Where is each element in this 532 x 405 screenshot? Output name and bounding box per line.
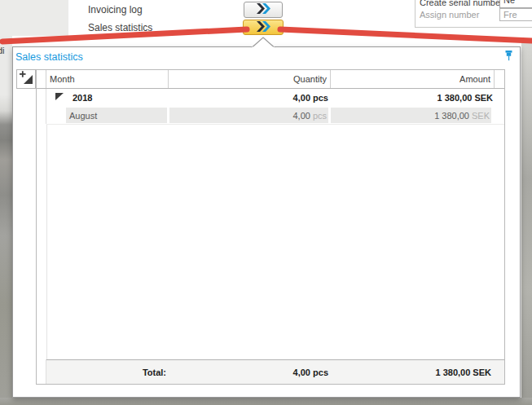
column-header-filler [495, 70, 504, 88]
assign-number-label: Assign number [420, 10, 479, 20]
row-indicator [37, 359, 46, 384]
footer-quantity-total: 4,00 pcs [169, 368, 331, 377]
background-right-edge [521, 41, 532, 405]
sales-statistics-popup: Sales statistics Month Quantity [12, 46, 521, 398]
invoicing-log-label: Invoicing log [88, 4, 143, 15]
double-chevron-icon [256, 21, 271, 34]
column-header-quantity[interactable]: Quantity [169, 70, 331, 88]
grid-footer: Total: 4,00 pcs 1 380,00 SEK [37, 359, 504, 384]
create-serial-number-input[interactable]: Ne [499, 0, 532, 8]
sales-statistics-grid: Month Quantity Amount 2018 4,00 [36, 69, 505, 385]
sales-statistics-label: Sales statistics [88, 22, 152, 33]
detail-quantity-cell: 4,00 pcs [169, 108, 328, 123]
detail-amount-cell: 1 380,00 SEK [331, 108, 491, 123]
add-column-icon [20, 71, 33, 88]
double-chevron-icon [256, 3, 271, 16]
row-indicator [37, 107, 46, 124]
row-indicator-header [37, 70, 46, 88]
column-header-amount[interactable]: Amount [331, 70, 495, 88]
column-header-month[interactable]: Month [46, 70, 169, 88]
grid-empty-area [37, 125, 504, 359]
background-bottom-edge [0, 398, 532, 405]
group-row-label: 2018 [73, 93, 92, 103]
clipped-background-text: di [0, 46, 5, 55]
create-serial-number-label: Create serial number [420, 0, 503, 7]
grid-header: Month Quantity Amount [37, 70, 504, 89]
footer-amount-total: 1 380,00 SEK [331, 368, 495, 377]
row-indicator [37, 89, 46, 107]
popup-title: Sales statistics [15, 51, 83, 63]
collapse-group-icon[interactable] [55, 92, 64, 100]
detail-month-cell: August [66, 108, 167, 123]
group-indent [46, 107, 66, 124]
assign-number-input[interactable]: Fre [499, 8, 532, 21]
group-quantity-cell: 4,00 pcs [169, 89, 331, 107]
sales-statistics-flyout-button[interactable] [243, 20, 284, 35]
background-left-edge: di [0, 36, 12, 405]
app-screen: Invoicing log Sales statistics Create se… [0, 0, 532, 405]
popup-caret [251, 37, 275, 48]
footer-total-label: Total: [46, 368, 169, 377]
detail-row-august[interactable]: August 4,00 pcs 1 380,00 SEK [37, 107, 504, 124]
column-chooser-button[interactable] [16, 69, 36, 89]
group-box-divider [415, 27, 532, 28]
group-amount-cell: 1 380,00 SEK [331, 89, 495, 107]
invoicing-log-flyout-button[interactable] [244, 2, 283, 18]
background-panel [0, 0, 68, 36]
group-row-2018[interactable]: 2018 4,00 pcs 1 380,00 SEK [37, 89, 504, 107]
pin-icon[interactable] [503, 50, 514, 61]
group-box-divider [415, 0, 415, 27]
